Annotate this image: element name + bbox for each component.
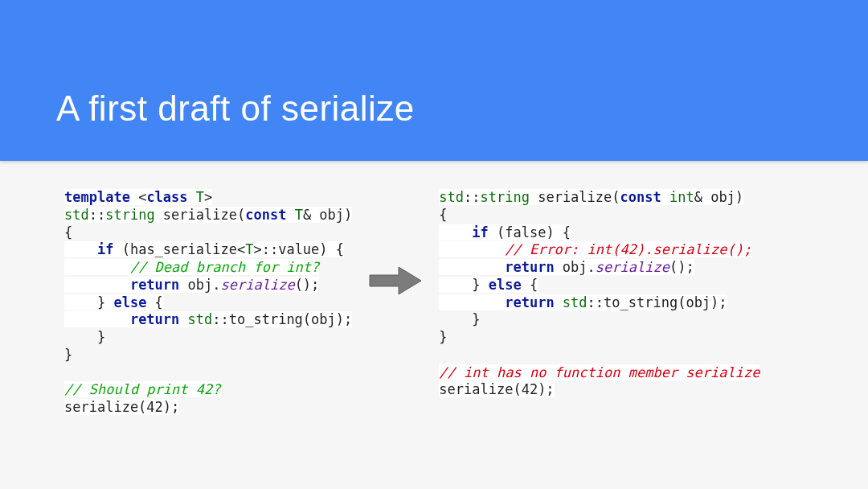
svg-marker-0 [370,267,421,294]
comment-no-member: // int has no function member serialize [439,364,760,380]
call-serialize-42-left: serialize(42); [64,399,179,415]
slide-title: A first draft of serialize [56,88,415,129]
kw-return: return [130,277,188,293]
call-serialize-42-right: serialize(42); [439,381,554,397]
comment-dead-branch: // Dead branch for int? [130,259,319,275]
cond-false: (false) { [497,224,571,240]
kw-const: const [245,207,294,223]
kw-else: else [113,294,154,310]
member-serialize: serialize [221,277,295,293]
slide-header: A first draft of serialize [0,0,868,161]
kw-template: template [64,189,138,205]
code-left: template <class T> std::string serialize… [64,189,352,417]
slide-body: template <class T> std::string serialize… [0,161,868,417]
kw-if: if [97,241,122,257]
comment-error: // Error: int(42).serialize(); [505,241,751,257]
comment-should-print: // Should print 42? [64,381,220,397]
code-left-column: template <class T> std::string serialize… [64,189,352,417]
arrow-icon [368,189,423,299]
kw-class: class [146,189,195,205]
code-right: std::string serialize(const int& obj) { … [439,189,760,399]
code-right-column: std::string serialize(const int& obj) { … [439,189,760,399]
type-int: int [669,189,694,205]
